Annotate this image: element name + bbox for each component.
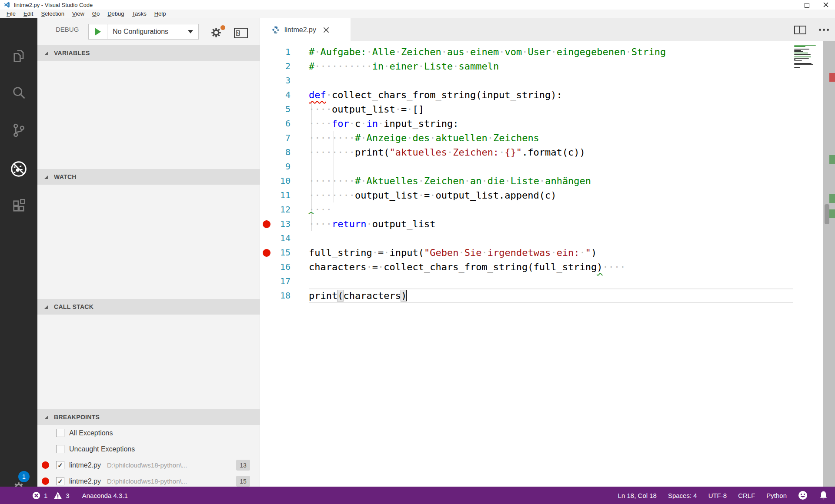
warning-mark — [829, 194, 835, 203]
overview-ruler[interactable] — [823, 41, 835, 487]
section-label: BREAKPOINTS — [54, 414, 100, 421]
gutter-breakpoint-zone[interactable] — [260, 231, 273, 245]
section-header-variables[interactable]: VARIABLES — [37, 45, 260, 61]
code-line-3[interactable]: 3 — [260, 73, 793, 88]
gutter-breakpoint-zone[interactable] — [260, 202, 273, 217]
code-line-17[interactable]: 17 — [260, 274, 793, 288]
eol-item[interactable]: CRLF — [738, 492, 755, 499]
scrollbar-thumb[interactable] — [825, 204, 829, 224]
language-mode-item[interactable]: Python — [766, 492, 787, 499]
code-line-8[interactable]: 8········print("aktuelles·Zeichen:·{}".f… — [260, 145, 793, 159]
extensions-icon[interactable] — [0, 192, 37, 220]
breakpoint-checkbox[interactable] — [56, 445, 64, 453]
search-icon[interactable] — [0, 79, 37, 107]
code-text: #·Aufgabe:·Alle·Zeichen·aus·einem·vom·Us… — [309, 45, 793, 59]
menu-debug[interactable]: Debug — [104, 10, 128, 17]
section-header-watch[interactable]: WATCH — [37, 169, 260, 185]
explorer-icon[interactable] — [0, 42, 37, 70]
breakpoint-checkbox[interactable] — [56, 429, 64, 437]
menu-edit[interactable]: Edit — [20, 10, 37, 17]
python-env-item[interactable]: Anaconda 4.3.1 — [82, 492, 128, 499]
breakpoint-row[interactable]: All Exceptions — [37, 425, 260, 441]
gutter-breakpoint-zone[interactable] — [260, 288, 273, 303]
code-line-14[interactable]: 14 — [260, 231, 793, 245]
gutter-breakpoint-zone[interactable] — [260, 45, 273, 59]
menu-selection[interactable]: Selection — [37, 10, 68, 17]
gutter-breakpoint-zone[interactable] — [260, 274, 273, 288]
debug-console-icon[interactable]: › — [234, 28, 248, 38]
gutter-breakpoint-zone[interactable] — [260, 88, 273, 102]
gutter-breakpoint-zone[interactable] — [260, 245, 273, 260]
code-line-18[interactable]: 18print(characters) — [260, 288, 793, 303]
restore-button[interactable] — [804, 2, 810, 8]
code-line-7[interactable]: 7········#·Anzeige·des·aktuellen·Zeichen… — [260, 131, 793, 145]
more-actions-icon[interactable] — [819, 29, 829, 31]
code-line-6[interactable]: 6····for·c·in·input_string: — [260, 116, 793, 131]
gutter-breakpoint-zone[interactable] — [260, 188, 273, 202]
menu-view[interactable]: View — [68, 10, 88, 17]
source-control-icon[interactable] — [0, 116, 37, 144]
tab-lintme2[interactable]: lintme2.py — [260, 18, 351, 41]
code-line-4[interactable]: 4def·collect_chars_from_string(input_str… — [260, 88, 793, 102]
code-text: ····output_list·=·[] — [309, 102, 793, 116]
menu-tasks[interactable]: Tasks — [128, 10, 150, 17]
code-line-5[interactable]: 5····output_list·=·[] — [260, 102, 793, 116]
section-header-call-stack[interactable]: CALL STACK — [37, 299, 260, 315]
code-line-13[interactable]: 13····return·output_list — [260, 217, 793, 231]
code-line-10[interactable]: 10········#·Aktuelles·Zeichen·an·die·Lis… — [260, 174, 793, 188]
feedback-smiley-icon[interactable] — [798, 491, 808, 500]
section-header-breakpoints[interactable]: BREAKPOINTS — [37, 409, 260, 425]
error-icon — [32, 491, 40, 500]
indentation-item[interactable]: Spaces: 4 — [668, 492, 697, 499]
close-button[interactable] — [823, 2, 829, 8]
gutter-breakpoint-zone[interactable] — [260, 73, 273, 88]
line-number: 17 — [273, 274, 291, 288]
code-line-15[interactable]: 15full_string·=·input("Geben·Sie·irgende… — [260, 245, 793, 260]
code-line-11[interactable]: 11········output_list·=·output_list.appe… — [260, 188, 793, 202]
code-line-9[interactable]: 9 — [260, 159, 793, 174]
python-file-icon — [271, 26, 280, 34]
gutter-breakpoint-zone[interactable] — [260, 260, 273, 274]
menu-go[interactable]: Go — [88, 10, 104, 17]
tab-close-icon[interactable] — [322, 26, 330, 34]
problems-indicator[interactable]: 1 3 — [32, 491, 70, 500]
gutter-breakpoint-zone[interactable] — [260, 159, 273, 174]
minimap[interactable] — [794, 45, 821, 68]
debug-icon[interactable] — [0, 155, 37, 183]
gutter-breakpoint-zone[interactable] — [260, 59, 273, 73]
notifications-bell-icon[interactable] — [819, 491, 828, 500]
gutter-breakpoint-zone[interactable] — [260, 102, 273, 116]
start-debug-button[interactable] — [89, 24, 107, 39]
line-number: 14 — [273, 231, 291, 245]
code-line-1[interactable]: 1#·Aufgabe:·Alle·Zeichen·aus·einem·vom·U… — [260, 45, 793, 59]
code-line-2[interactable]: 2#··········in·einer·Liste·sammeln — [260, 59, 793, 73]
code-editor[interactable]: 1#·Aufgabe:·Alle·Zeichen·aus·einem·vom·U… — [260, 41, 835, 487]
cursor-position-item[interactable]: Ln 18, Col 18 — [618, 492, 657, 499]
breakpoint-checkbox[interactable]: ✓ — [56, 477, 64, 485]
warning-mark — [829, 155, 835, 164]
breakpoint-row[interactable]: Uncaught Exceptions — [37, 441, 260, 457]
debug-config-dropdown[interactable]: No Configurations — [88, 24, 199, 40]
menu-help[interactable]: Help — [150, 10, 170, 17]
gutter-breakpoint-zone[interactable] — [260, 217, 273, 231]
split-editor-icon[interactable] — [794, 26, 806, 34]
minimize-button[interactable] — [785, 2, 791, 8]
editor-tab-bar: lintme2.py — [260, 18, 835, 41]
close-icon — [823, 2, 829, 8]
encoding-item[interactable]: UTF-8 — [708, 492, 727, 499]
minimap-line — [794, 56, 811, 57]
play-icon — [95, 28, 101, 36]
gutter-breakpoint-zone[interactable] — [260, 174, 273, 188]
gutter-breakpoint-zone[interactable] — [260, 116, 273, 131]
code-line-12[interactable]: 12····^ — [260, 202, 793, 217]
minimap-line — [794, 62, 821, 63]
code-text — [309, 231, 793, 245]
breakpoint-row[interactable]: ✓lintme2.pyD:\philcloud\ws18-python\...1… — [37, 457, 260, 473]
gutter-breakpoint-zone[interactable] — [260, 145, 273, 159]
breakpoint-checkbox[interactable]: ✓ — [56, 461, 64, 469]
gutter-breakpoint-zone[interactable] — [260, 131, 273, 145]
menu-file[interactable]: File — [3, 10, 20, 17]
notifications-badge[interactable]: 1 — [18, 471, 30, 482]
code-line-16[interactable]: 16characters·=·collect_chars_from_string… — [260, 260, 793, 274]
status-bar: 1 3 Anaconda 4.3.1 Ln 18, Col 18 Spaces:… — [0, 487, 835, 504]
